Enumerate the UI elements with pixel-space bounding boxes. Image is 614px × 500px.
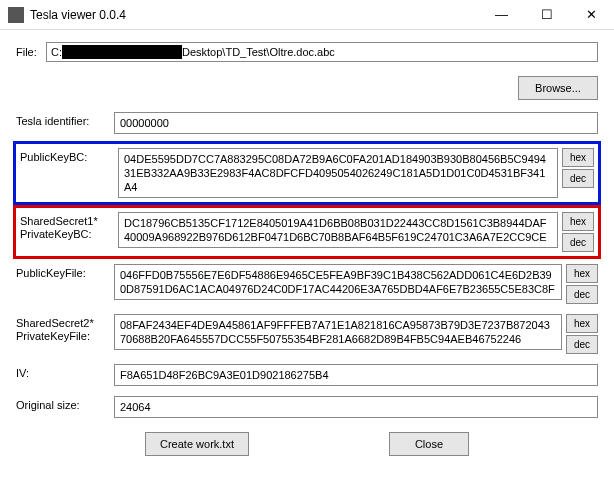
tesla-id-row: Tesla identifier: 00000000: [16, 112, 598, 134]
publickey-bc-value[interactable]: 04DE5595DD7CC7A883295C08DA72B9A6C0FA201A…: [118, 148, 558, 198]
iv-row: IV: F8A651D48F26BC9A3E01D902186275B4: [16, 364, 598, 386]
create-work-button[interactable]: Create work.txt: [145, 432, 249, 456]
publickey-file-hex-button[interactable]: hex: [566, 264, 598, 283]
file-path-input[interactable]: C:Desktop\TD_Test\Oltre.doc.abc: [46, 42, 598, 62]
app-icon: [8, 7, 24, 23]
titlebar: Tesla viewer 0.0.4 — ☐ ✕: [0, 0, 614, 30]
file-path-suffix: Desktop\TD_Test\Oltre.doc.abc: [182, 46, 335, 58]
browse-button[interactable]: Browse...: [518, 76, 598, 100]
ss1-privbc-value[interactable]: DC18796CB5135CF1712E8405019A41D6BB08B031…: [118, 212, 558, 248]
tesla-id-label: Tesla identifier:: [16, 112, 110, 128]
file-path-redacted: [62, 45, 182, 59]
ss1-privbc-label: SharedSecret1* PrivateKeyBC:: [20, 212, 114, 241]
ss2-privfile-value[interactable]: 08FAF2434EF4DE9A45861AF9FFFEB7A71E1A8218…: [114, 314, 562, 350]
file-path-prefix: C:: [51, 46, 62, 58]
ss1-label: SharedSecret1*: [20, 215, 98, 227]
iv-label: IV:: [16, 364, 110, 380]
publickey-file-buttons: hex dec: [566, 264, 598, 304]
ss2-privfile-row: SharedSecret2* PrivateKeyFile: 08FAF2434…: [16, 314, 598, 354]
publickey-file-dec-button[interactable]: dec: [566, 285, 598, 304]
minimize-button[interactable]: —: [479, 0, 524, 30]
publickey-bc-label: PublicKeyBC:: [20, 148, 114, 164]
window-title: Tesla viewer 0.0.4: [30, 8, 479, 22]
ss1-privbc-row: SharedSecret1* PrivateKeyBC: DC18796CB51…: [20, 212, 594, 252]
ss1-privbc-buttons: hex dec: [562, 212, 594, 252]
window-controls: — ☐ ✕: [479, 0, 614, 30]
publickey-bc-buttons: hex dec: [562, 148, 594, 188]
close-window-button[interactable]: ✕: [569, 0, 614, 30]
ss1-privbc-highlight: SharedSecret1* PrivateKeyBC: DC18796CB51…: [16, 208, 598, 256]
maximize-button[interactable]: ☐: [524, 0, 569, 30]
publickey-bc-hex-button[interactable]: hex: [562, 148, 594, 167]
iv-value[interactable]: F8A651D48F26BC9A3E01D902186275B4: [114, 364, 598, 386]
privbc-label: PrivateKeyBC:: [20, 228, 92, 240]
ss1-privbc-hex-button[interactable]: hex: [562, 212, 594, 231]
browse-row: Browse...: [16, 76, 598, 100]
publickey-file-value[interactable]: 046FFD0B75556E7E6DF54886E9465CE5FEA9BF39…: [114, 264, 562, 300]
ss2-privfile-label: SharedSecret2* PrivateKeyFile:: [16, 314, 110, 343]
bottom-buttons: Create work.txt Close: [16, 432, 598, 456]
orig-size-value[interactable]: 24064: [114, 396, 598, 418]
tesla-id-value[interactable]: 00000000: [114, 112, 598, 134]
publickey-file-row: PublicKeyFile: 046FFD0B75556E7E6DF54886E…: [16, 264, 598, 304]
publickey-bc-row: PublicKeyBC: 04DE5595DD7CC7A883295C08DA7…: [20, 148, 594, 198]
orig-size-label: Original size:: [16, 396, 110, 412]
ss2-privfile-dec-button[interactable]: dec: [566, 335, 598, 354]
content-pane: File: C:Desktop\TD_Test\Oltre.doc.abc Br…: [0, 30, 614, 468]
ss1-privbc-dec-button[interactable]: dec: [562, 233, 594, 252]
ss2-privfile-buttons: hex dec: [566, 314, 598, 354]
file-row: File: C:Desktop\TD_Test\Oltre.doc.abc: [16, 42, 598, 62]
privfile-label: PrivateKeyFile:: [16, 330, 90, 342]
file-label: File:: [16, 46, 38, 58]
close-button[interactable]: Close: [389, 432, 469, 456]
orig-size-row: Original size: 24064: [16, 396, 598, 418]
publickey-bc-highlight: PublicKeyBC: 04DE5595DD7CC7A883295C08DA7…: [16, 144, 598, 202]
ss2-label: SharedSecret2*: [16, 317, 94, 329]
publickey-bc-dec-button[interactable]: dec: [562, 169, 594, 188]
publickey-file-label: PublicKeyFile:: [16, 264, 110, 280]
ss2-privfile-hex-button[interactable]: hex: [566, 314, 598, 333]
